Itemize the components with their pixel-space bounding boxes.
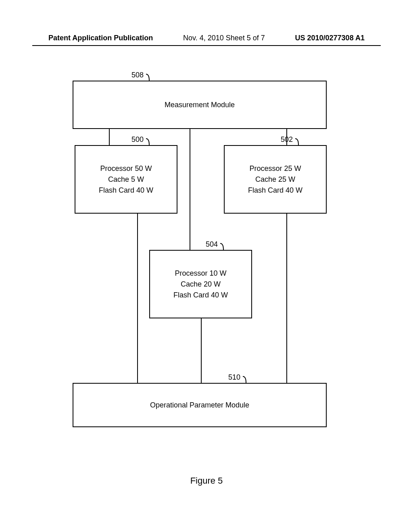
operational-parameter-module-box: Operational Parameter Module (73, 383, 327, 427)
figure-caption: Figure 5 (0, 476, 413, 486)
header-mid: Nov. 4, 2010 Sheet 5 of 7 (183, 34, 265, 42)
header-divider (32, 45, 381, 46)
operational-parameter-module-label: Operational Parameter Module (150, 400, 249, 411)
header-left: Patent Application Publication (48, 34, 153, 42)
ref-508: 508 (131, 71, 144, 79)
box-504-line1: Processor 10 W (175, 268, 226, 279)
connector-504-510 (201, 318, 202, 383)
diagram-canvas: Measurement Module 508 Processor 50 W Ca… (0, 64, 413, 488)
header-right: US 2010/0277308 A1 (295, 34, 365, 42)
connector-500-510 (137, 214, 138, 383)
connector-508-500 (109, 129, 110, 145)
ref-500: 500 (131, 135, 144, 144)
ref-508-hook (145, 73, 152, 81)
ref-500-hook (145, 138, 152, 145)
connector-502-510 (286, 214, 287, 383)
box-500-line2: Cache 5 W (108, 174, 144, 185)
ref-510-hook (242, 376, 249, 383)
connector-508-504 (190, 129, 190, 250)
box-504: Processor 10 W Cache 20 W Flash Card 40 … (149, 250, 252, 318)
ref-504: 504 (206, 240, 218, 249)
box-504-line3: Flash Card 40 W (173, 290, 228, 301)
box-500-line1: Processor 50 W (100, 163, 152, 174)
box-502-line1: Processor 25 W (249, 163, 301, 174)
measurement-module-box: Measurement Module (73, 81, 327, 129)
ref-502-hook (294, 138, 302, 145)
box-500-line3: Flash Card 40 W (99, 185, 153, 196)
box-502-line3: Flash Card 40 W (248, 185, 302, 196)
ref-510: 510 (228, 373, 240, 382)
box-502: Processor 25 W Cache 25 W Flash Card 40 … (224, 145, 327, 214)
ref-502: 502 (281, 135, 293, 144)
box-500: Processor 50 W Cache 5 W Flash Card 40 W (75, 145, 177, 214)
box-504-line2: Cache 20 W (181, 279, 221, 290)
box-502-line2: Cache 25 W (255, 174, 295, 185)
measurement-module-label: Measurement Module (165, 100, 235, 110)
ref-504-hook (219, 243, 227, 250)
